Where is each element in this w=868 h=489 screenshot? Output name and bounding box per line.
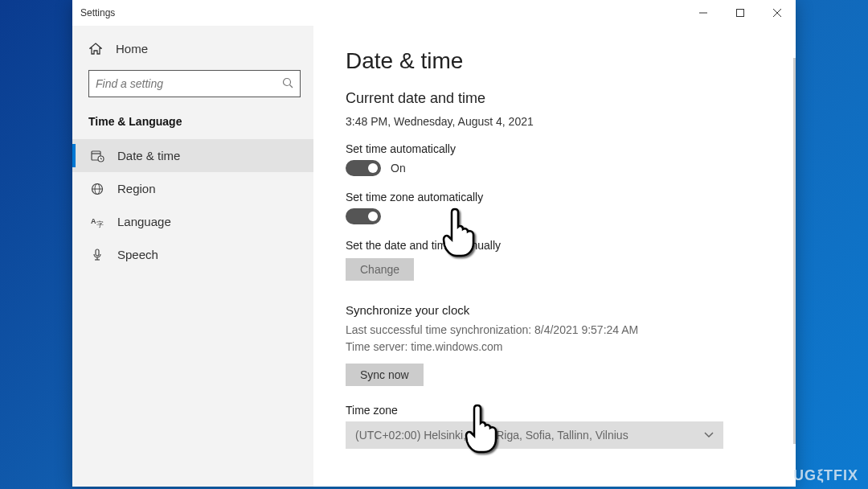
sidebar-section-title: Time & Language: [72, 107, 313, 139]
settings-window: Settings Home Time & Language: [72, 0, 796, 487]
home-label: Home: [116, 42, 148, 55]
svg-point-4: [284, 78, 291, 85]
sidebar-item-label: Speech: [117, 248, 158, 261]
content-area: Home Time & Language Date & time Reg: [72, 26, 796, 487]
svg-rect-1: [737, 9, 744, 16]
minimize-icon: [699, 9, 707, 17]
sync-last: Last successful time synchronization: 8/…: [346, 322, 764, 339]
sidebar-item-region[interactable]: Region: [72, 172, 313, 205]
timezone-label: Time zone: [346, 404, 764, 417]
calendar-clock-icon: [90, 149, 104, 162]
maximize-icon: [736, 9, 744, 17]
globe-icon: [90, 183, 104, 195]
set-zone-auto-toggle[interactable]: [346, 208, 381, 224]
svg-text:字: 字: [96, 220, 104, 228]
sidebar-item-speech[interactable]: Speech: [72, 238, 313, 271]
change-button[interactable]: Change: [346, 258, 414, 281]
chevron-down-icon: [704, 429, 714, 441]
timezone-block: Time zone (UTC+02:00) Helsinki, Kyiv, Ri…: [346, 404, 764, 449]
search-box[interactable]: [88, 70, 301, 97]
sync-heading: Synchronize your clock: [346, 303, 764, 317]
language-icon: A字: [90, 216, 104, 228]
watermark: UGξTFIX: [793, 467, 858, 484]
current-datetime-value: 3:48 PM, Wednesday, August 4, 2021: [346, 115, 764, 128]
set-time-auto-label: Set time automatically: [346, 142, 764, 155]
sync-now-button[interactable]: Sync now: [346, 364, 424, 386]
set-time-auto-block: Set time automatically On: [346, 142, 764, 176]
close-button[interactable]: [759, 0, 796, 26]
svg-text:A: A: [91, 217, 96, 225]
set-zone-auto-label: Set time zone automatically: [346, 191, 764, 203]
titlebar-title: Settings: [80, 7, 115, 18]
maximize-button[interactable]: [722, 0, 759, 26]
window-controls: [685, 0, 796, 26]
sidebar-item-language[interactable]: A字 Language: [72, 205, 313, 238]
sync-server: Time server: time.windows.com: [346, 339, 764, 355]
set-zone-auto-block: Set time zone automatically: [346, 191, 764, 224]
home-button[interactable]: Home: [72, 34, 313, 64]
svg-line-5: [290, 84, 293, 88]
close-icon: [773, 9, 781, 17]
sidebar-item-label: Date & time: [117, 149, 180, 162]
scrollbar[interactable]: [793, 58, 796, 444]
search-input[interactable]: [96, 77, 282, 90]
svg-rect-16: [96, 249, 99, 256]
manual-set-label: Set the date and time manually: [346, 239, 764, 252]
page-title: Date & time: [346, 48, 764, 74]
set-time-auto-toggle[interactable]: [346, 160, 381, 176]
timezone-value: (UTC+02:00) Helsinki, Kyiv, Riga, Sofia,…: [355, 429, 628, 442]
main-panel: Date & time Current date and time 3:48 P…: [313, 26, 796, 487]
sidebar: Home Time & Language Date & time Reg: [72, 26, 313, 487]
search-icon: [282, 77, 293, 91]
timezone-dropdown[interactable]: (UTC+02:00) Helsinki, Kyiv, Riga, Sofia,…: [346, 421, 723, 449]
sidebar-item-label: Language: [117, 215, 171, 228]
minimize-button[interactable]: [685, 0, 722, 26]
sidebar-item-label: Region: [117, 182, 156, 195]
home-icon: [88, 43, 103, 55]
set-time-auto-state: On: [391, 162, 406, 175]
sync-block: Synchronize your clock Last successful t…: [346, 303, 764, 386]
titlebar: Settings: [72, 0, 796, 26]
title-text: Settings: [80, 7, 115, 18]
manual-set-block: Set the date and time manually Change: [346, 239, 764, 281]
section-current-time-heading: Current date and time: [346, 90, 764, 107]
microphone-icon: [90, 249, 104, 261]
sidebar-item-datetime[interactable]: Date & time: [72, 139, 313, 172]
